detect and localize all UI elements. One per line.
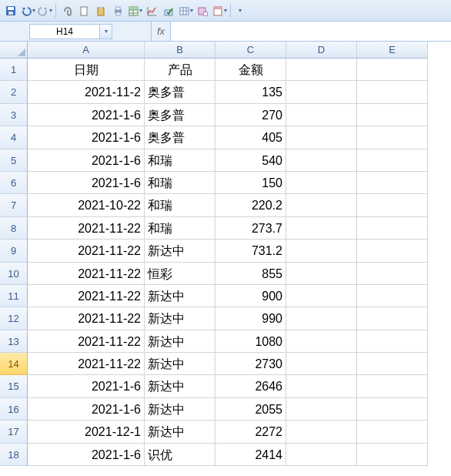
cell-A7[interactable]: 2021-10-22 — [28, 194, 145, 216]
cell-C2[interactable]: 135 — [215, 81, 286, 103]
name-box-dropdown[interactable]: ▾ — [100, 24, 112, 39]
column-header-A[interactable]: A — [28, 42, 145, 59]
cell-D8[interactable] — [286, 217, 357, 240]
cell-A1[interactable]: 日期 — [28, 59, 145, 81]
row-header[interactable]: 6 — [0, 172, 28, 194]
cell-D13[interactable] — [286, 330, 357, 353]
cell-B6[interactable]: 和瑞 — [145, 172, 215, 194]
cell-E17[interactable] — [357, 421, 428, 443]
cell-D1[interactable] — [286, 59, 357, 81]
cell-D7[interactable] — [286, 194, 357, 216]
cell-B15[interactable]: 新达中 — [145, 375, 215, 397]
cell-C9[interactable]: 731.2 — [215, 240, 286, 262]
table-button[interactable]: ▾ — [127, 3, 142, 18]
formula-input[interactable] — [171, 22, 451, 41]
column-header-C[interactable]: C — [215, 42, 286, 59]
cell-D17[interactable] — [286, 421, 357, 443]
cell-E9[interactable] — [357, 240, 428, 262]
cell-C7[interactable]: 220.2 — [215, 194, 286, 216]
cell-C14[interactable]: 2730 — [215, 353, 286, 375]
cell-A8[interactable]: 2021-11-22 — [28, 217, 145, 240]
paste-button[interactable] — [93, 3, 109, 18]
row-header[interactable]: 15 — [0, 375, 28, 397]
row-header[interactable]: 9 — [0, 240, 28, 262]
cell-B3[interactable]: 奥多普 — [145, 104, 215, 126]
row-header[interactable]: 5 — [0, 149, 28, 172]
cell-B14[interactable]: 新达中 — [145, 353, 215, 375]
cell-B4[interactable]: 奥多普 — [145, 126, 215, 149]
cell-E6[interactable] — [357, 172, 428, 194]
cell-A9[interactable]: 2021-11-22 — [28, 240, 145, 262]
name-box[interactable]: H14 — [29, 24, 100, 39]
cell-D14[interactable] — [286, 353, 357, 375]
row-header[interactable]: 14 — [0, 353, 28, 375]
check-button[interactable] — [161, 3, 176, 18]
cell-A14[interactable]: 2021-11-22 — [28, 353, 145, 375]
cell-D12[interactable] — [286, 307, 357, 330]
row-header[interactable]: 4 — [0, 126, 28, 149]
cell-E15[interactable] — [357, 375, 428, 397]
cell-B12[interactable]: 新达中 — [145, 307, 215, 330]
cell-D4[interactable] — [286, 126, 357, 149]
chart-button[interactable] — [144, 3, 159, 18]
attach-button[interactable] — [59, 3, 75, 18]
cell-C4[interactable]: 405 — [215, 126, 286, 149]
row-header[interactable]: 17 — [0, 421, 28, 443]
cell-A10[interactable]: 2021-11-22 — [28, 263, 145, 285]
cell-E13[interactable] — [357, 330, 428, 353]
cell-E18[interactable] — [357, 444, 428, 466]
cell-B8[interactable]: 和瑞 — [145, 217, 215, 240]
row-header[interactable]: 3 — [0, 104, 28, 126]
cell-C8[interactable]: 273.7 — [215, 217, 286, 240]
cell-B11[interactable]: 新达中 — [145, 285, 215, 307]
cell-B17[interactable]: 新达中 — [145, 421, 215, 443]
row-header[interactable]: 12 — [0, 307, 28, 330]
cell-E10[interactable] — [357, 263, 428, 285]
cell-C10[interactable]: 855 — [215, 263, 286, 285]
row-header[interactable]: 8 — [0, 217, 28, 240]
cell-D5[interactable] — [286, 149, 357, 172]
cell-D18[interactable] — [286, 444, 357, 466]
row-header[interactable]: 10 — [0, 263, 28, 285]
cell-D10[interactable] — [286, 263, 357, 285]
cell-C1[interactable]: 金额 — [215, 59, 286, 81]
print-button[interactable] — [110, 3, 125, 18]
cell-A16[interactable]: 2021-1-6 — [28, 398, 145, 421]
grid-button[interactable]: ▾ — [178, 3, 193, 18]
cell-E5[interactable] — [357, 149, 428, 172]
redo-button[interactable]: ▾ — [37, 3, 52, 18]
options-button[interactable] — [195, 3, 210, 18]
cell-A2[interactable]: 2021-11-2 — [28, 81, 145, 103]
new-doc-button[interactable] — [76, 3, 92, 18]
cell-E16[interactable] — [357, 398, 428, 421]
cell-C3[interactable]: 270 — [215, 104, 286, 126]
cell-B16[interactable]: 新达中 — [145, 398, 215, 421]
row-header[interactable]: 2 — [0, 81, 28, 103]
cell-B13[interactable]: 新达中 — [145, 330, 215, 353]
column-header-D[interactable]: D — [286, 42, 357, 59]
cell-B2[interactable]: 奥多普 — [145, 81, 215, 103]
cell-E4[interactable] — [357, 126, 428, 149]
cell-B7[interactable]: 和瑞 — [145, 194, 215, 216]
cell-D11[interactable] — [286, 285, 357, 307]
cell-C13[interactable]: 1080 — [215, 330, 286, 353]
cell-C17[interactable]: 2272 — [215, 421, 286, 443]
cell-B18[interactable]: 识优 — [145, 444, 215, 466]
column-header-B[interactable]: B — [145, 42, 215, 59]
row-header[interactable]: 1 — [0, 59, 28, 81]
cell-B1[interactable]: 产品 — [145, 59, 215, 81]
cell-A18[interactable]: 2021-1-6 — [28, 444, 145, 466]
cell-C5[interactable]: 540 — [215, 149, 286, 172]
cell-D16[interactable] — [286, 398, 357, 421]
select-all-corner[interactable] — [0, 42, 28, 59]
cell-D3[interactable] — [286, 104, 357, 126]
sheet-button[interactable]: ▾ — [212, 3, 227, 18]
row-header[interactable]: 18 — [0, 444, 28, 466]
cell-C18[interactable]: 2414 — [215, 444, 286, 466]
row-header[interactable]: 16 — [0, 398, 28, 421]
cell-E7[interactable] — [357, 194, 428, 216]
undo-button[interactable]: ▾ — [20, 3, 35, 18]
cell-E11[interactable] — [357, 285, 428, 307]
cell-E2[interactable] — [357, 81, 428, 103]
cell-D6[interactable] — [286, 172, 357, 194]
